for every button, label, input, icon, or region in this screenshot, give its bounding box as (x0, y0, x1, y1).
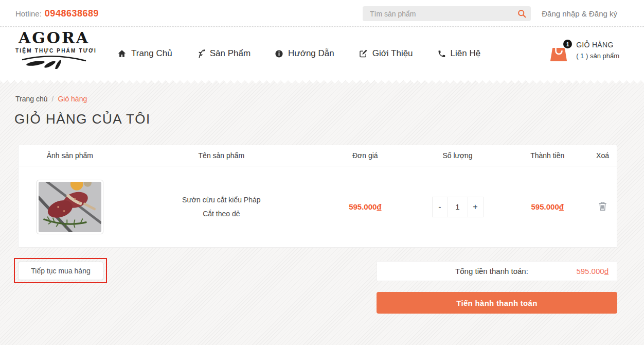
quantity-decrease-button[interactable]: - (432, 197, 448, 217)
breadcrumb: Trang chủ / Giỏ hàng (15, 95, 87, 103)
product-photo-lamb-chops (39, 182, 101, 232)
logo-tagline: TIỆM THỰC PHẨM TƯƠI (15, 48, 93, 54)
nav-label: Trang Chủ (131, 48, 172, 59)
currency-symbol: đ (604, 267, 609, 275)
product-name-line1: Sườn cừu cắt kiểu Pháp (182, 193, 260, 207)
auth-link[interactable]: Đăng nhập & Đăng ký (542, 0, 617, 27)
cart-page: Hotline: 0948638689 Đăng nhập & Đăng ký … (0, 0, 644, 345)
cart-table: Ảnh sản phẩm Tên sản phẩm Đơn giá Số lượ… (18, 145, 617, 248)
nav-item-contact[interactable]: Liên Hệ (437, 48, 481, 59)
nav-item-products[interactable]: Sản Phẩm (196, 48, 251, 59)
nav-label: Hướng Dẫn (288, 48, 334, 59)
nav-label: Giới Thiệu (372, 48, 413, 59)
search-button[interactable] (512, 6, 531, 21)
column-header-quantity: Số lượng (409, 151, 507, 160)
breadcrumb-home[interactable]: Trang chủ (15, 95, 48, 103)
cart-item-count: ( 1 ) sản phẩm (576, 52, 619, 60)
logo[interactable]: AGORA TIỆM THỰC PHẨM TƯƠI (15, 29, 93, 71)
main-nav: Trang Chủ Sản Phẩm Hướng Dẫn Giới Thiệu (117, 27, 480, 80)
cart-row: Sườn cừu cắt kiểu Pháp Cắt theo dẻ 595.0… (19, 166, 617, 247)
nav-item-home[interactable]: Trang Chủ (117, 48, 172, 59)
breadcrumb-current: Giỏ hàng (58, 95, 87, 103)
column-header-delete: Xoá (588, 151, 617, 160)
column-header-total: Thành tiền (506, 151, 588, 160)
breadcrumb-separator: / (52, 95, 54, 103)
cart-table-header: Ảnh sản phẩm Tên sản phẩm Đơn giá Số lượ… (19, 145, 617, 166)
currency-symbol: đ (377, 202, 381, 211)
order-total-box: Tổng tiền thanh toán: 595.000đ (377, 261, 617, 281)
logo-leaf-icon (20, 54, 88, 69)
logo-title: AGORA (15, 29, 93, 47)
nav-label: Sản Phẩm (210, 48, 251, 59)
currency-symbol: đ (559, 202, 564, 211)
topbar: Hotline: 0948638689 Đăng nhập & Đăng ký (0, 0, 644, 27)
continue-shopping-button[interactable]: Tiếp tục mua hàng (18, 262, 103, 280)
order-total-value: 595.000đ (534, 267, 617, 275)
line-total-price: 595.000đ (531, 202, 564, 211)
quantity-stepper: - + (432, 197, 484, 217)
unit-price: 595.000đ (349, 202, 381, 211)
cart-count-badge: 1 (562, 39, 573, 49)
column-header-image: Ảnh sản phẩm (19, 151, 121, 160)
hotline: Hotline: 0948638689 (15, 0, 99, 27)
product-name[interactable]: Sườn cừu cắt kiểu Pháp Cắt theo dẻ (121, 193, 321, 221)
page-title: GIỎ HÀNG CỦA TÔI (14, 111, 151, 127)
nav-item-guide[interactable]: Hướng Dẫn (275, 48, 334, 59)
nav-label: Liên Hệ (451, 48, 481, 59)
search-input[interactable] (363, 10, 512, 18)
delete-item-button[interactable] (596, 199, 609, 214)
product-name-line2: Cắt theo dẻ (203, 207, 240, 221)
product-image[interactable] (37, 180, 103, 234)
trash-icon (597, 200, 608, 212)
quantity-increase-button[interactable]: + (468, 197, 484, 217)
branch-icon (196, 49, 205, 59)
checkout-button[interactable]: Tiến hành thanh toán (377, 292, 617, 314)
home-icon (117, 49, 127, 58)
order-total-label: Tổng tiền thanh toán: (377, 267, 534, 275)
nav-item-about[interactable]: Giới Thiệu (359, 48, 413, 59)
hotline-number[interactable]: 0948638689 (45, 8, 99, 19)
search-box (363, 6, 531, 21)
search-icon (517, 9, 526, 18)
column-header-name: Tên sản phẩm (121, 151, 321, 160)
phone-icon (437, 49, 446, 58)
header: AGORA TIỆM THỰC PHẨM TƯƠI Trang Chủ (0, 27, 644, 80)
cart-title: GIỎ HÀNG (576, 41, 619, 49)
column-header-unit-price: Đơn giá (321, 151, 409, 160)
quantity-input[interactable] (448, 197, 468, 217)
cart-widget[interactable]: 1 GIỎ HÀNG ( 1 ) sản phẩm (548, 40, 619, 63)
hotline-label: Hotline: (15, 9, 42, 18)
edit-icon (359, 49, 368, 58)
info-icon (275, 49, 283, 58)
